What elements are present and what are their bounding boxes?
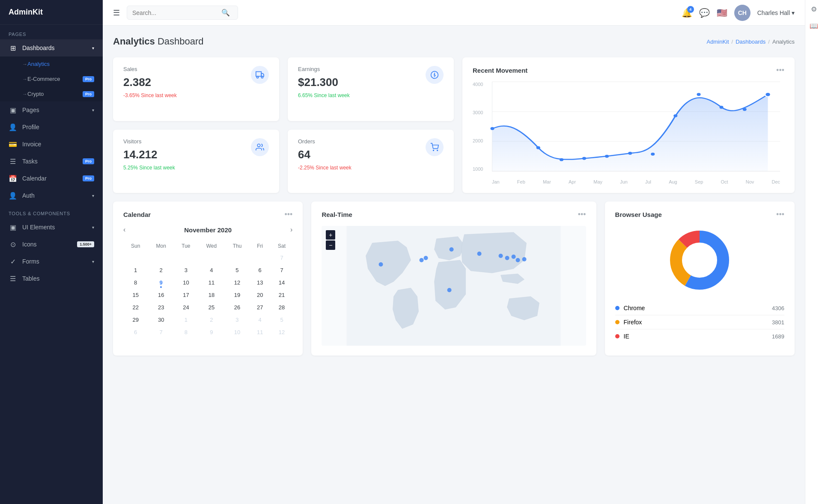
browser-list-item: Firefox 3801 [615, 315, 784, 329]
calendar-card: Calendar ••• ‹ November 2020 › SunMonTue… [113, 202, 303, 356]
calendar-day[interactable]: 21 [271, 289, 293, 301]
sidebar-item-tasks[interactable]: ☰ Tasks Pro [0, 153, 103, 170]
calendar-day[interactable]: 11 [198, 276, 225, 289]
calendar-day[interactable]: 12 [271, 326, 293, 338]
messages-button[interactable]: 💬 [699, 8, 710, 18]
calendar-day[interactable]: 24 [174, 301, 198, 314]
calendar-day[interactable]: 7 [271, 252, 293, 264]
right-panel: ⚙ 📖 [805, 0, 822, 504]
svg-point-14 [560, 158, 563, 161]
realtime-card: Real-Time ••• + − [311, 202, 596, 356]
calendar-day[interactable] [148, 252, 174, 264]
calendar-day[interactable]: 6 [123, 326, 148, 338]
calendar-day[interactable]: 10 [225, 326, 249, 338]
invoice-label: Invoice [22, 141, 94, 148]
calendar-day[interactable] [225, 252, 249, 264]
calendar-day[interactable]: 4 [249, 314, 271, 326]
calendar-day[interactable]: 3 [174, 264, 198, 276]
calendar-day[interactable]: 9 [198, 326, 225, 338]
calendar-day-header: Sat [271, 240, 293, 252]
calendar-day[interactable]: 22 [123, 301, 148, 314]
calendar-day[interactable]: 19 [225, 289, 249, 301]
browser-menu-button[interactable]: ••• [776, 210, 784, 219]
settings-icon[interactable]: ⚙ [811, 5, 817, 13]
auth-icon: 👤 [9, 191, 17, 200]
calendar-day[interactable]: 23 [148, 301, 174, 314]
user-name-display[interactable]: Charles Hall ▾ [757, 9, 795, 16]
calendar-day[interactable]: 2 [148, 264, 174, 276]
calendar-day[interactable]: 16 [148, 289, 174, 301]
notification-button[interactable]: 🔔 4 [682, 8, 692, 18]
calendar-day[interactable]: 4 [198, 264, 225, 276]
browser-color-dot [615, 320, 619, 324]
calendar-day[interactable]: 20 [249, 289, 271, 301]
calendar-week-row: 15161718192021 [123, 289, 292, 301]
calendar-prev-button[interactable]: ‹ [123, 226, 125, 234]
sidebar-item-analytics[interactable]: → Analytics [0, 56, 103, 71]
calendar-day[interactable]: 2 [198, 314, 225, 326]
calendar-day[interactable]: 7 [271, 264, 293, 276]
breadcrumb: AdminKit / Dashboards / Analytics [707, 39, 795, 45]
calendar-day[interactable]: 13 [249, 276, 271, 289]
calendar-day[interactable] [123, 252, 148, 264]
sidebar-item-calendar[interactable]: 📅 Calendar Pro [0, 170, 103, 187]
calendar-day[interactable]: 8 [123, 276, 148, 289]
calendar-menu-button[interactable]: ••• [285, 210, 293, 219]
sidebar-item-ui-elements[interactable]: ▣ UI Elements ▾ [0, 219, 103, 236]
sidebar-item-dashboards[interactable]: ⊞ Dashboards ▾ [0, 39, 103, 56]
calendar-body: 7123456789101112131415161718192021222324… [123, 252, 292, 338]
calendar-day[interactable]: 8 [174, 326, 198, 338]
flag-icon[interactable]: 🇺🇸 [717, 8, 727, 18]
calendar-day[interactable]: 6 [249, 264, 271, 276]
svg-point-30 [424, 256, 428, 260]
chart-menu-button[interactable]: ••• [776, 66, 784, 75]
svg-point-28 [379, 262, 383, 267]
sidebar-item-forms[interactable]: ✓ Forms ▾ [0, 253, 103, 270]
calendar-day[interactable]: 1 [174, 314, 198, 326]
calendar-day[interactable]: 9 [148, 276, 174, 289]
calendar-day[interactable] [249, 252, 271, 264]
calendar-day[interactable]: 5 [225, 264, 249, 276]
sidebar-item-pages[interactable]: ▣ Pages ▾ [0, 101, 103, 119]
map-zoom-in-button[interactable]: + [326, 230, 335, 240]
sales-value: 2.382 [123, 76, 177, 89]
calendar-day[interactable]: 30 [148, 314, 174, 326]
calendar-day[interactable] [174, 252, 198, 264]
sidebar-item-crypto[interactable]: → Crypto Pro [0, 86, 103, 101]
book-icon[interactable]: 📖 [810, 22, 818, 30]
hamburger-icon[interactable]: ☰ [113, 8, 120, 18]
sidebar-item-profile[interactable]: 👤 Profile [0, 119, 103, 136]
map-zoom-out-button[interactable]: − [326, 240, 335, 250]
calendar-day[interactable]: 12 [225, 276, 249, 289]
calendar-day[interactable]: 7 [148, 326, 174, 338]
calendar-day[interactable]: 28 [271, 301, 293, 314]
calendar-week-row: 6789101112 [123, 326, 292, 338]
breadcrumb-home[interactable]: AdminKit [707, 39, 729, 45]
calendar-day[interactable] [198, 252, 225, 264]
calendar-day[interactable]: 18 [198, 289, 225, 301]
breadcrumb-dashboards[interactable]: Dashboards [736, 39, 765, 45]
calendar-day[interactable]: 27 [249, 301, 271, 314]
sales-change: -3.65% Since last week [123, 92, 177, 98]
chevron-icon: ▾ [92, 193, 94, 198]
search-input[interactable] [132, 9, 218, 16]
calendar-day[interactable]: 26 [225, 301, 249, 314]
sidebar-item-tables[interactable]: ☰ Tables [0, 270, 103, 287]
calendar-day[interactable]: 1 [123, 264, 148, 276]
calendar-day[interactable]: 10 [174, 276, 198, 289]
sidebar-item-auth[interactable]: 👤 Auth ▾ [0, 187, 103, 204]
sidebar-item-ecommerce[interactable]: → E-Commerce Pro [0, 71, 103, 86]
realtime-menu-button[interactable]: ••• [578, 210, 586, 219]
sidebar-item-icons[interactable]: ⊙ Icons 1.500+ [0, 236, 103, 253]
calendar-next-button[interactable]: › [290, 226, 292, 234]
calendar-day[interactable]: 14 [271, 276, 293, 289]
map-svg [322, 226, 586, 346]
sidebar-item-invoice[interactable]: 💳 Invoice [0, 136, 103, 153]
calendar-day[interactable]: 3 [225, 314, 249, 326]
calendar-day[interactable]: 17 [174, 289, 198, 301]
calendar-day[interactable]: 25 [198, 301, 225, 314]
calendar-day[interactable]: 5 [271, 314, 293, 326]
calendar-day[interactable]: 15 [123, 289, 148, 301]
calendar-day[interactable]: 29 [123, 314, 148, 326]
calendar-day[interactable]: 11 [249, 326, 271, 338]
